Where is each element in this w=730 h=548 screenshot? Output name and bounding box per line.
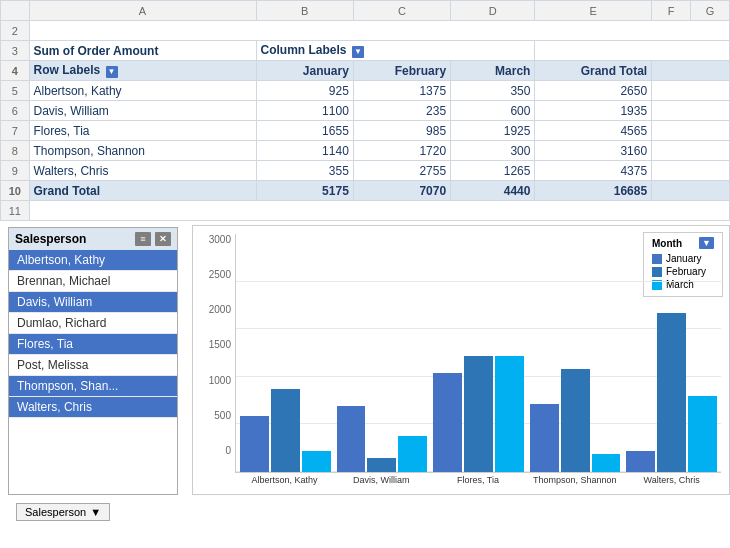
y-label-2500: 2500: [209, 269, 231, 280]
x-label-0: Albertson, Kathy: [239, 475, 330, 486]
pivot-column-headers: 4 Row Labels ▼ January February March Gr…: [1, 61, 730, 81]
slicer-item[interactable]: Albertson, Kathy: [9, 250, 177, 271]
february-header: February: [353, 61, 450, 81]
salesperson-name: Albertson, Kathy: [29, 81, 256, 101]
grand-total-row: 10 Grand Total 5175 7070 4440 16685: [1, 181, 730, 201]
slicer-sort-icon[interactable]: ≡: [135, 232, 151, 246]
slicer-item[interactable]: Davis, William: [9, 292, 177, 313]
col-d-header: D: [451, 1, 535, 21]
grand-total-label: Grand Total: [29, 181, 256, 201]
chart-inner: 3000 2500 2000 1500 1000 500 0 Albertson…: [201, 234, 721, 486]
bar-mar-0: [302, 451, 331, 472]
bar-group-1: [337, 406, 428, 472]
slicer-filter-label: Salesperson: [25, 506, 86, 518]
table-row: 9 Walters, Chris 355 2755 1265 4375: [1, 161, 730, 181]
bar-chart: Month ▼ January February March 3000 2500…: [192, 225, 730, 495]
x-label-4: Walters, Chris: [626, 475, 717, 486]
slicer-item[interactable]: Walters, Chris: [9, 397, 177, 418]
slicer-title: Salesperson: [15, 232, 86, 246]
corner-cell: [1, 1, 30, 21]
bar-group-0: [240, 389, 331, 472]
row-2-header: 2: [1, 21, 30, 41]
row-10-header: 10: [1, 181, 30, 201]
bar-mar-4: [688, 396, 717, 472]
bar-feb-0: [271, 389, 300, 472]
bar-feb-4: [657, 313, 686, 472]
y-label-3000: 3000: [209, 234, 231, 245]
slicer-filter-button[interactable]: Salesperson ▼: [16, 503, 110, 521]
y-label-0: 0: [225, 445, 231, 456]
x-label-3: Thompson, Shannon: [529, 475, 620, 486]
slicer-header: Salesperson ≡ ✕: [9, 228, 177, 250]
bar-feb-1: [367, 458, 396, 472]
bar-mar-3: [592, 454, 621, 472]
bar-feb-2: [464, 356, 493, 472]
salesperson-name: Thompson, Shannon: [29, 141, 256, 161]
bar-jan-3: [530, 404, 559, 472]
chart-main: Albertson, KathyDavis, WilliamFlores, Ti…: [235, 234, 721, 486]
row-4-header: 4: [1, 61, 30, 81]
bar-group-3: [530, 369, 621, 472]
slicer-item[interactable]: Post, Melissa: [9, 355, 177, 376]
slicer-panel: Salesperson ≡ ✕ Albertson, Kathy Brennan…: [8, 227, 178, 495]
bar-mar-2: [495, 356, 524, 472]
row-6-header: 6: [1, 101, 30, 121]
table-row: 5 Albertson, Kathy 925 1375 350 2650: [1, 81, 730, 101]
row-labels-filter-icon[interactable]: ▼: [106, 66, 118, 78]
pivot-table: A B C D E F G 2 3 Sum of Order Amount Co…: [0, 0, 730, 221]
slicer-filter-area: Salesperson ▼: [8, 499, 730, 521]
x-label-1: Davis, William: [336, 475, 427, 486]
salesperson-name: Walters, Chris: [29, 161, 256, 181]
bar-jan-4: [626, 451, 655, 472]
bar-jan-0: [240, 416, 269, 472]
bar-feb-3: [561, 369, 590, 472]
bar-group-2: [433, 356, 524, 472]
slicer-item[interactable]: Flores, Tia: [9, 334, 177, 355]
slicer-item[interactable]: Brennan, Michael: [9, 271, 177, 292]
row-3: 3 Sum of Order Amount Column Labels ▼: [1, 41, 730, 61]
table-row: 6 Davis, William 1100 235 600 1935: [1, 101, 730, 121]
x-label-2: Flores, Tia: [433, 475, 524, 486]
y-label-1000: 1000: [209, 375, 231, 386]
table-row: 7 Flores, Tia 1655 985 1925 4565: [1, 121, 730, 141]
bottom-section: Salesperson ≡ ✕ Albertson, Kathy Brennan…: [0, 221, 730, 495]
row-3-header: 3: [1, 41, 30, 61]
y-label-1500: 1500: [209, 339, 231, 350]
column-labels-cell: Column Labels ▼: [256, 41, 535, 61]
col-g-header: G: [691, 1, 730, 21]
row-8-header: 8: [1, 141, 30, 161]
bar-group-4: [626, 313, 717, 472]
row-9-header: 9: [1, 161, 30, 181]
slicer-clear-icon[interactable]: ✕: [155, 232, 171, 246]
sum-of-order-label: Sum of Order Amount: [29, 41, 256, 61]
row-5-header: 5: [1, 81, 30, 101]
column-labels-filter-icon[interactable]: ▼: [352, 46, 364, 58]
january-header: January: [256, 61, 353, 81]
row-11: 11: [1, 201, 730, 221]
col-c-header: C: [353, 1, 450, 21]
slicer-item[interactable]: Thompson, Shan...: [9, 376, 177, 397]
slicer-item[interactable]: Dumlao, Richard: [9, 313, 177, 334]
march-header: March: [451, 61, 535, 81]
row-labels-header: Row Labels ▼: [29, 61, 256, 81]
chart-x-labels: Albertson, KathyDavis, WilliamFlores, Ti…: [235, 473, 721, 486]
y-label-500: 500: [214, 410, 231, 421]
row-2: 2: [1, 21, 730, 41]
col-a-header: A: [29, 1, 256, 21]
y-label-2000: 2000: [209, 304, 231, 315]
salesperson-name: Davis, William: [29, 101, 256, 121]
slicer-header-icons: ≡ ✕: [135, 232, 171, 246]
col-f-header: F: [652, 1, 691, 21]
salesperson-name: Flores, Tia: [29, 121, 256, 141]
table-row: 8 Thompson, Shannon 1140 1720 300 3160: [1, 141, 730, 161]
row-7-header: 7: [1, 121, 30, 141]
bar-jan-2: [433, 373, 462, 472]
bar-jan-1: [337, 406, 366, 472]
slicer-filter-icon: ▼: [90, 506, 101, 518]
bar-mar-1: [398, 436, 427, 472]
col-b-header: B: [256, 1, 353, 21]
col-e-header: E: [535, 1, 652, 21]
y-axis: 3000 2500 2000 1500 1000 500 0: [201, 234, 235, 486]
grand-total-header: Grand Total: [535, 61, 652, 81]
column-labels-text: Column Labels: [261, 43, 347, 57]
